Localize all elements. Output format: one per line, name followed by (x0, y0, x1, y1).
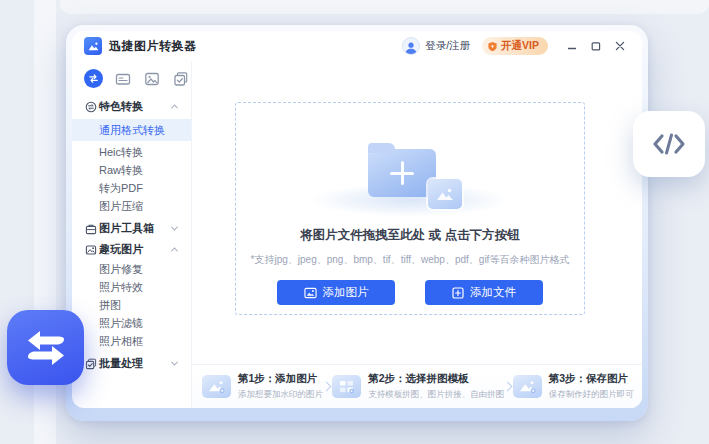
group-label: 趣玩图片 (99, 242, 172, 257)
tab-batch-check-icon[interactable] (171, 69, 190, 88)
sidebar-nav: 特色转换 通用格式转换 Heic转换 Raw转换 转为PDF 图片压缩 图片工具… (72, 96, 191, 374)
window-content: 迅捷图片转换器 登录/注册 开通VIP (72, 31, 642, 408)
fun-image-icon (85, 244, 97, 256)
sidebar-item-photo-filters[interactable]: 照片滤镜 (72, 314, 191, 332)
group-label: 特色转换 (99, 99, 172, 114)
window-controls (562, 36, 630, 56)
step-1: 第1步：添加图片 添加想要加水印的图片 (202, 372, 321, 401)
file-dropzone[interactable]: 将图片文件拖拽至此处 或 点击下方按钮 *支持jpg、jpeg、png、bmp、… (235, 102, 585, 315)
step-1-image-icon (202, 375, 231, 398)
sidebar-item-to-pdf[interactable]: 转为PDF (72, 179, 191, 197)
folder-illustration (358, 143, 462, 205)
titlebar: 迅捷图片转换器 登录/注册 开通VIP (72, 31, 642, 61)
app-logo-icon (84, 37, 102, 55)
sidebar-group-featured-conversion[interactable]: 特色转换 (72, 96, 191, 117)
tab-convert-swap-icon[interactable] (84, 69, 103, 88)
folder-plus-icon (368, 149, 436, 197)
chevron-down-icon (171, 359, 178, 366)
sidebar-item-photo-frames[interactable]: 照片相框 (72, 332, 191, 350)
image-thumbnail-icon (428, 179, 462, 209)
step-separator-chevron-icon (322, 382, 332, 392)
image-icon (304, 287, 317, 299)
tab-id-card-icon[interactable] (113, 69, 132, 88)
dropzone-title: 将图片文件拖拽至此处 或 点击下方按钮 (300, 227, 519, 244)
sidebar-item-image-repair[interactable]: 图片修复 (72, 260, 191, 278)
chevron-up-icon (171, 104, 178, 111)
step-3-desc: 保存制作好的图片即可 (549, 389, 634, 401)
swap-arrows-icon (25, 329, 67, 367)
open-vip-button[interactable]: 开通VIP (482, 37, 548, 55)
group-label: 批量处理 (99, 356, 172, 371)
step-3-title: 第3步：保存图片 (549, 372, 634, 386)
app-window: 迅捷图片转换器 登录/注册 开通VIP (66, 25, 648, 421)
steps-bar: 第1步：添加图片 添加想要加水印的图片 第2步：选择拼图模板 支持模板拼图、图片… (192, 364, 642, 408)
step-2-template-icon (332, 375, 361, 398)
add-file-button[interactable]: 添加文件 (425, 280, 543, 305)
step-2: 第2步：选择拼图模板 支持模板拼图、图片拼接、自由拼图 (332, 372, 502, 401)
sidebar: 特色转换 通用格式转换 Heic转换 Raw转换 转为PDF 图片压缩 图片工具… (72, 61, 192, 408)
sidebar-item-raw-conversion[interactable]: Raw转换 (72, 161, 191, 179)
user-avatar-icon[interactable] (402, 37, 420, 55)
minimize-button[interactable] (562, 36, 582, 56)
sidebar-item-universal-format-conversion[interactable]: 通用格式转换 (72, 119, 191, 141)
close-button[interactable] (610, 36, 630, 56)
step-1-title: 第1步：添加图片 (238, 372, 323, 386)
sidebar-item-image-compress[interactable]: 图片压缩 (72, 197, 191, 215)
add-image-label: 添加图片 (323, 285, 369, 300)
file-plus-icon (452, 287, 464, 299)
sidebar-mode-tabs (72, 61, 191, 93)
app-title: 迅捷图片转换器 (109, 38, 197, 55)
sidebar-item-photo-effects[interactable]: 照片特效 (72, 278, 191, 296)
chevron-down-icon (171, 224, 178, 231)
main-area: 将图片文件拖拽至此处 或 点击下方按钮 *支持jpg、jpeg、png、bmp、… (192, 61, 642, 408)
step-2-desc: 支持模板拼图、图片拼接、自由拼图 (368, 389, 504, 401)
login-register-link[interactable]: 登录/注册 (425, 39, 470, 53)
step-3-save-icon (513, 375, 542, 398)
group-label: 图片工具箱 (99, 221, 172, 236)
toolbox-icon (85, 223, 97, 235)
dropzone-supported-formats: *支持jpg、jpeg、png、bmp、tif、tiff、webp、pdf、gi… (251, 253, 570, 267)
step-3: 第3步：保存图片 保存制作好的图片即可 (513, 372, 632, 401)
batch-process-icon (85, 358, 97, 370)
sidebar-item-collage[interactable]: 拼图 (72, 296, 191, 314)
step-2-title: 第2步：选择拼图模板 (368, 372, 504, 386)
sidebar-group-batch-processing[interactable]: 批量处理 (72, 353, 191, 374)
add-file-label: 添加文件 (470, 285, 516, 300)
background-top-band (60, 0, 709, 14)
step-1-desc: 添加想要加水印的图片 (238, 389, 323, 401)
tab-image-edit-icon[interactable] (142, 69, 161, 88)
sidebar-group-fun-images[interactable]: 趣玩图片 (72, 239, 191, 260)
vip-badge-icon (487, 41, 498, 52)
convert-circle-icon (85, 101, 97, 113)
code-panel-button[interactable] (633, 111, 705, 177)
dropzone-buttons: 添加图片 添加文件 (277, 280, 543, 305)
chevron-up-icon (171, 247, 178, 254)
sidebar-group-image-toolbox[interactable]: 图片工具箱 (72, 218, 191, 239)
add-image-button[interactable]: 添加图片 (277, 280, 395, 305)
sidebar-item-heic-conversion[interactable]: Heic转换 (72, 143, 191, 161)
vip-label: 开通VIP (501, 39, 539, 53)
swap-app-button[interactable] (7, 310, 84, 385)
code-icon (652, 132, 686, 156)
maximize-button[interactable] (586, 36, 606, 56)
